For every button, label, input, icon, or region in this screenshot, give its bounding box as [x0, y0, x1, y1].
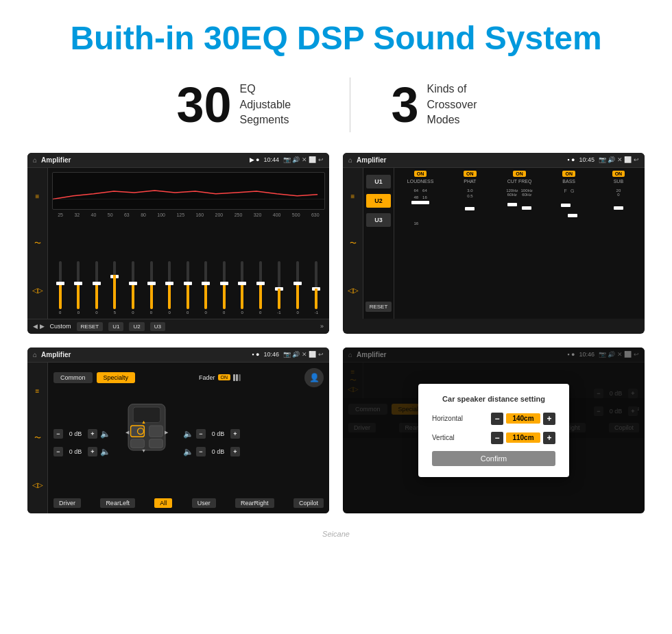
- slider-4[interactable]: 5: [113, 261, 116, 315]
- eq-desc: EQ AdjustableSegments: [240, 82, 309, 127]
- slider-11[interactable]: 0: [241, 261, 243, 315]
- tab-common[interactable]: Common: [53, 372, 93, 383]
- slider-2[interactable]: 0: [77, 261, 80, 315]
- eq-content: ≡ 〜 ◁▷ 2532 4050 6380 100125 160200: [27, 168, 329, 319]
- slider-10[interactable]: 0: [223, 261, 226, 315]
- speaker-title: Amplifier: [41, 351, 248, 358]
- slider-14[interactable]: 0: [296, 261, 299, 315]
- u2-preset[interactable]: U2: [366, 194, 391, 208]
- eq-title: Amplifier: [41, 156, 245, 164]
- stat-crossover: 3 Kinds ofCrossover Modes: [350, 80, 537, 130]
- fader-bar2: [236, 374, 238, 381]
- screenshots-grid: ⌂ Amplifier ▶ ● 10:44 📷 🔊 ✕ ⬜ ↩ ≡ 〜 ◁▷: [0, 153, 672, 527]
- eq-preset-label: Custom: [50, 323, 71, 330]
- tab-specialty[interactable]: Specialty: [97, 372, 136, 383]
- sub-label: SUB: [614, 179, 623, 184]
- slider-9[interactable]: 0: [204, 261, 207, 315]
- fader-bar3: [239, 374, 241, 381]
- ch-left-top-minus[interactable]: −: [53, 429, 63, 439]
- speaker-topbar: ⌂ Amplifier ▪ ● 10:46 📷 🔊 ✕ ⬜ ↩: [27, 348, 329, 363]
- dialog-heading: Car speaker distance setting: [432, 395, 555, 403]
- u2-button[interactable]: U2: [129, 322, 144, 331]
- phat-toggle[interactable]: ON: [464, 171, 477, 177]
- sub-toggle[interactable]: ON: [612, 171, 625, 177]
- speaker-sidebar-icon2: 〜: [34, 433, 41, 443]
- ch-left-bottom-minus[interactable]: −: [53, 447, 63, 456]
- svg-text:▶: ▶: [165, 428, 169, 435]
- crossover-status-icons: 📷 🔊 ✕ ⬜ ↩: [599, 156, 639, 163]
- slider-12[interactable]: 0: [259, 261, 262, 315]
- speaker-icon-rb: 🔈: [183, 447, 193, 456]
- slider-8[interactable]: 0: [187, 261, 189, 315]
- ch-left-bottom-plus[interactable]: +: [88, 447, 97, 456]
- bass-toggle[interactable]: ON: [562, 171, 575, 177]
- confirm-button[interactable]: Confirm: [432, 451, 555, 466]
- slider-7[interactable]: 0: [168, 261, 171, 315]
- crossover-sidebar-icon3: ◁▷: [348, 286, 359, 294]
- speaker-icon-lb: 🔈: [100, 447, 110, 456]
- vertical-minus[interactable]: −: [491, 432, 503, 444]
- crossover-content: ≡ 〜 ◁▷ U1 U2 U3 RESET ON LOUDNESS: [343, 168, 645, 319]
- svg-rect-6: [149, 439, 163, 448]
- slider-13[interactable]: -1: [277, 261, 280, 315]
- preset-rearleft[interactable]: RearLeft: [100, 498, 135, 508]
- eq-number: 30: [176, 80, 231, 130]
- eq-icons: ▶ ●: [250, 156, 260, 163]
- speaker-main: Common Specialty Fader ON 👤: [48, 363, 329, 513]
- cutfreq-toggle[interactable]: ON: [513, 171, 526, 177]
- slider-3[interactable]: 0: [95, 261, 98, 315]
- u1-button[interactable]: U1: [108, 322, 123, 331]
- crossover-reset[interactable]: RESET: [365, 302, 392, 312]
- vertical-label: Vertical: [432, 434, 455, 441]
- stats-row: 30 EQ AdjustableSegments 3 Kinds ofCross…: [0, 71, 672, 153]
- preset-all[interactable]: All: [154, 498, 172, 508]
- fader-toggle[interactable]: ON: [218, 374, 231, 380]
- user-icon: 👤: [304, 368, 324, 387]
- slider-6[interactable]: 0: [150, 261, 153, 315]
- ch-right-bottom: 🔈 − 0 dB +: [183, 447, 240, 456]
- eq-sidebar: ≡ 〜 ◁▷: [27, 168, 48, 319]
- horizontal-plus[interactable]: +: [543, 413, 555, 425]
- eq-sidebar-icon3: ◁▷: [32, 286, 43, 294]
- crossover-desc: Kinds ofCrossover Modes: [427, 82, 496, 127]
- preset-rearright[interactable]: RearRight: [235, 498, 274, 508]
- slider-5[interactable]: 0: [132, 261, 134, 315]
- phat-label: PHAT: [464, 179, 476, 184]
- dialog-screen: ⌂ Amplifier ▪ ● 10:46 📷 🔊 ✕ ⬜ ↩ ≡ 〜 ◁▷ C…: [343, 348, 645, 513]
- slider-15[interactable]: -1: [315, 261, 318, 315]
- preset-driver[interactable]: Driver: [53, 498, 81, 508]
- u3-button[interactable]: U3: [150, 322, 165, 331]
- fader-bars: [233, 374, 241, 381]
- reset-button[interactable]: RESET: [77, 322, 104, 331]
- crossover-time: 10:45: [579, 156, 595, 163]
- preset-user[interactable]: User: [192, 498, 216, 508]
- preset-copilot[interactable]: Copilot: [293, 498, 324, 508]
- channel-loudness: ON LOUDNESS 64 48 16: [397, 171, 444, 316]
- vertical-row: Vertical − 110cm +: [432, 432, 555, 444]
- eq-sidebar-icon1: ≡: [36, 193, 40, 200]
- u1-preset[interactable]: U1: [366, 175, 391, 188]
- ch-left-top-plus[interactable]: +: [88, 429, 97, 439]
- speaker-tab-row: Common Specialty Fader ON 👤: [53, 368, 324, 387]
- u3-preset[interactable]: U3: [366, 213, 391, 227]
- crossover-sidebar: ≡ 〜 ◁▷: [343, 168, 363, 319]
- speaker-sidebar-icon1: ≡: [36, 387, 40, 395]
- crossover-screen: ⌂ Amplifier ▪ ● 10:45 📷 🔊 ✕ ⬜ ↩ ≡ 〜 ◁▷ U…: [343, 153, 645, 334]
- horizontal-control: − 140cm +: [491, 413, 555, 425]
- horizontal-value: 140cm: [506, 413, 540, 424]
- speaker-icon-rt: 🔈: [183, 429, 193, 439]
- ch-right-top-minus[interactable]: −: [196, 429, 206, 439]
- vertical-plus[interactable]: +: [543, 432, 555, 444]
- ch-right-bottom-minus[interactable]: −: [196, 447, 206, 456]
- slider-1[interactable]: 0: [59, 261, 62, 315]
- svg-rect-4: [149, 426, 163, 437]
- vertical-control: − 110cm +: [491, 432, 555, 444]
- eq-sliders: 0 0 0 5 0: [52, 220, 325, 315]
- horizontal-minus[interactable]: −: [491, 413, 503, 425]
- loudness-toggle[interactable]: ON: [414, 171, 427, 177]
- ch-right-bottom-plus[interactable]: +: [230, 447, 240, 456]
- ch-right-top-plus[interactable]: +: [230, 429, 240, 439]
- channel-sub: ON SUB 20 0: [595, 171, 642, 316]
- svg-rect-5: [131, 439, 145, 448]
- speaker-icons-left: ▪ ●: [252, 351, 259, 358]
